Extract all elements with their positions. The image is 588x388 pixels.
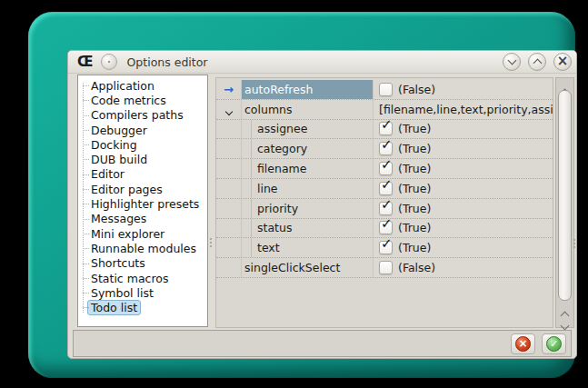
sidebar-item-mini-explorer[interactable]: Mini explorer [78,226,207,241]
window-menu-button[interactable] [101,54,117,70]
sidebar-item-debugger[interactable]: Debugger [78,123,207,137]
sidebar-item-application[interactable]: Application [78,78,207,93]
sidebar-item-runnable-modules[interactable]: Runnable modules [78,241,207,255]
value-label: (True) [398,241,431,254]
property-row-autoRefresh[interactable]: →autoRefresh(False) [216,80,553,100]
property-value[interactable]: ✓(True) [373,179,553,198]
minimize-button[interactable] [503,53,521,71]
sidebar-item-dub-build[interactable]: DUB build [78,152,207,166]
property-value[interactable]: ✓(True) [373,238,553,257]
checkbox-checked[interactable]: ✓ [379,162,393,175]
titlebar-buttons: × [503,53,572,71]
checkbox-checked[interactable]: ✓ [379,182,393,195]
sidebar-item-messages[interactable]: Messages [78,212,207,226]
check-icon: ✓ [381,139,393,152]
checkbox-checked[interactable]: ✓ [379,202,393,215]
property-name[interactable]: autoRefresh [241,80,373,99]
sidebar-item-docking[interactable]: Docking [78,137,207,152]
sidebar-item-code-metrics[interactable]: Code metrics [78,93,207,107]
property-value[interactable]: [filename,line,text,priority,assigne [373,100,553,119]
sidebar-item-label: Code metrics [91,94,166,107]
property-row-assignee[interactable]: assignee✓(True) [216,120,553,140]
checkbox-checked[interactable]: ✓ [379,221,393,234]
property-name[interactable]: status [241,219,373,238]
row-gutter: → [216,80,241,99]
titlebar[interactable]: Œ Options editor × [68,51,576,74]
sidebar-item-highlighter-presets[interactable]: Highlighter presets [78,196,207,211]
property-name[interactable]: line [241,179,373,198]
property-row-text[interactable]: text✓(True) [216,238,553,258]
scrollbar-thumb[interactable] [558,90,572,301]
accept-button[interactable]: ✓ [542,333,566,354]
property-value[interactable]: ✓(True) [373,159,553,178]
row-gutter [216,199,241,218]
property-name[interactable]: singleClickSelect [241,258,373,277]
window-resize-grip[interactable] [573,237,576,250]
sidebar-item-label: Symbol list [91,286,154,300]
chevron-down-icon[interactable] [226,101,232,118]
property-name[interactable]: assignee [241,120,373,139]
close-button[interactable]: × [553,53,572,71]
checkbox-checked[interactable]: ✓ [379,142,393,155]
value-label: (False) [398,83,435,96]
sidebar-tree: ApplicationCode metricsCompilers pathsDe… [78,75,207,327]
sidebar-item-shortcuts[interactable]: Shortcuts [78,256,207,271]
accept-icon: ✓ [546,336,562,352]
property-name[interactable]: columns [241,100,373,119]
sidebar-item-label: Debugger [91,124,147,137]
row-gutter [216,120,241,139]
property-row-line[interactable]: line✓(True) [216,179,553,199]
sidebar-item-editor[interactable]: Editor [78,167,207,182]
cancel-button[interactable]: × [511,333,535,354]
sidebar-item-label: Runnable modules [91,242,196,255]
sidebar-item-compilers-paths[interactable]: Compilers paths [78,108,207,123]
property-value[interactable]: (False) [373,80,553,99]
row-gutter [216,100,241,119]
value-label: (True) [398,182,431,195]
row-gutter [216,139,241,158]
row-gutter [216,219,241,238]
property-value[interactable]: ✓(True) [373,120,553,139]
property-row-priority[interactable]: priority✓(True) [216,199,553,219]
property-row-status[interactable]: status✓(True) [216,219,553,239]
sidebar-item-label: Application [91,79,154,93]
window-frame: Œ Options editor × ApplicationCode metri… [28,12,575,378]
checkbox-checked[interactable]: ✓ [379,241,393,254]
property-row-category[interactable]: category✓(True) [216,139,553,159]
row-gutter [216,179,241,198]
cancel-icon: × [515,336,531,352]
sidebar-item-label: Mini explorer [91,227,164,241]
sidebar-item-static-macros[interactable]: Static macros [78,271,207,285]
property-value[interactable]: ✓(True) [373,219,553,238]
property-name[interactable]: text [241,238,373,257]
sidebar-item-editor-pages[interactable]: Editor pages [78,182,207,196]
property-value[interactable]: (False) [373,258,553,277]
close-icon: × [557,55,569,68]
property-value[interactable]: ✓(True) [373,199,553,218]
sidebar-item-todo-list[interactable]: Todo list [78,300,207,314]
check-icon: ✓ [381,179,393,192]
property-row-singleClickSelect[interactable]: singleClickSelect(False) [216,258,553,278]
property-name[interactable]: filename [241,159,373,178]
checkbox-unchecked[interactable] [379,83,393,96]
property-value[interactable]: ✓(True) [373,139,553,158]
desktop-background: Œ Options editor × ApplicationCode metri… [0,0,588,388]
checkbox-checked[interactable]: ✓ [379,122,393,135]
row-gutter [216,238,241,257]
sidebar-item-label: Shortcuts [91,256,145,270]
grid-scrollbar[interactable] [555,77,574,328]
property-name[interactable]: category [241,139,373,158]
property-grid: →autoRefresh(False)columns[filename,line… [215,77,553,328]
sidebar-item-label: Editor [91,167,125,181]
maximize-button[interactable] [528,53,546,71]
property-name[interactable]: priority [241,199,373,218]
sidebar-item-symbol-list[interactable]: Symbol list [78,285,207,300]
sidebar-item-label: DUB build [91,153,147,166]
property-row-filename[interactable]: filename✓(True) [216,159,553,179]
splitter-handle[interactable] [210,236,213,247]
property-row-columns[interactable]: columns[filename,line,text,priority,assi… [216,100,553,120]
value-label: (True) [398,162,431,175]
checkbox-unchecked[interactable] [379,261,393,274]
footer-bar: × ✓ [73,330,572,357]
categories-listbox: ApplicationCode metricsCompilers pathsDe… [77,75,208,327]
